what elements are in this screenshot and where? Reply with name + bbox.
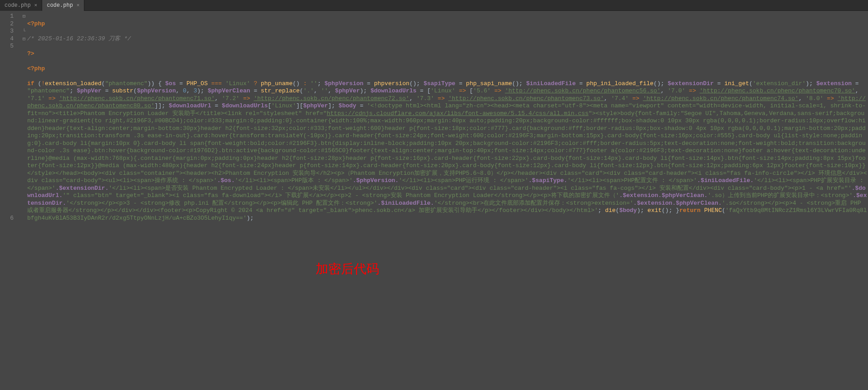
fold-marker-icon[interactable]: ⊟ <box>21 35 27 43</box>
line-number: 1 <box>0 13 21 20</box>
line-number: 3 <box>0 28 21 35</box>
tab-close-icon[interactable]: × <box>77 3 80 8</box>
annotation-caption: 加密后代码 <box>316 260 379 278</box>
comment: /* 2025-01-16 22:36:39 刀客 */ <box>27 35 131 42</box>
php-open-tag: <?php <box>27 65 45 72</box>
code-content[interactable]: <?php /* 2025-01-16 22:36:39 刀客 */ ?> <?… <box>27 11 868 237</box>
line-number: 2 <box>0 20 21 28</box>
fold-marker-icon[interactable]: └ <box>21 28 27 35</box>
php-close-tag: ?> <box>27 50 34 57</box>
tab-code-2[interactable]: code.php × <box>42 0 84 11</box>
tab-code-1[interactable]: code.php × <box>0 0 42 11</box>
fold-marker-icon[interactable]: ⊟ <box>21 13 27 20</box>
editor-area: 1 2 3 4 5 6 ⊟ └ ⊟ <?php /* 2025-01-16 22… <box>0 11 868 237</box>
php-open-tag: <?php <box>27 20 45 27</box>
tab-close-icon[interactable]: × <box>34 3 38 8</box>
code-line-5: if (!extension_loaded("phantomenc")) { $… <box>27 80 868 222</box>
line-number: 6 <box>0 215 21 222</box>
fold-gutter: ⊟ └ ⊟ <box>21 11 27 237</box>
tab-label: code.php <box>5 2 31 9</box>
line-number: 5 <box>0 43 21 215</box>
line-number: 4 <box>0 35 21 43</box>
tab-label: code.php <box>47 2 73 9</box>
line-number-gutter: 1 2 3 4 5 6 <box>0 11 21 237</box>
tab-bar: code.php × code.php × <box>0 0 868 11</box>
